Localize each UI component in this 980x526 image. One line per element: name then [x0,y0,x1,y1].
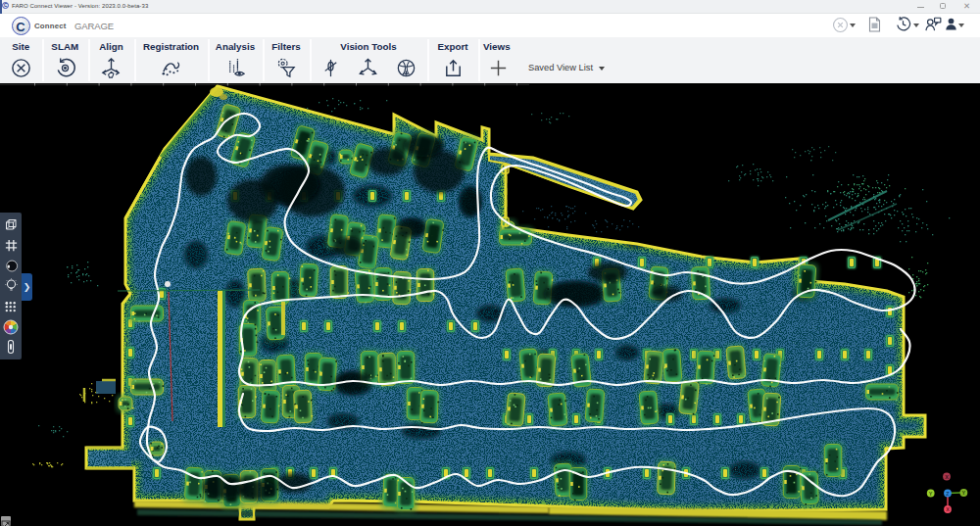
svg-text:X: X [945,474,949,480]
svg-text:Y: Y [962,490,966,496]
svg-text:Y: Y [929,491,933,497]
svg-text:X: X [946,506,950,512]
